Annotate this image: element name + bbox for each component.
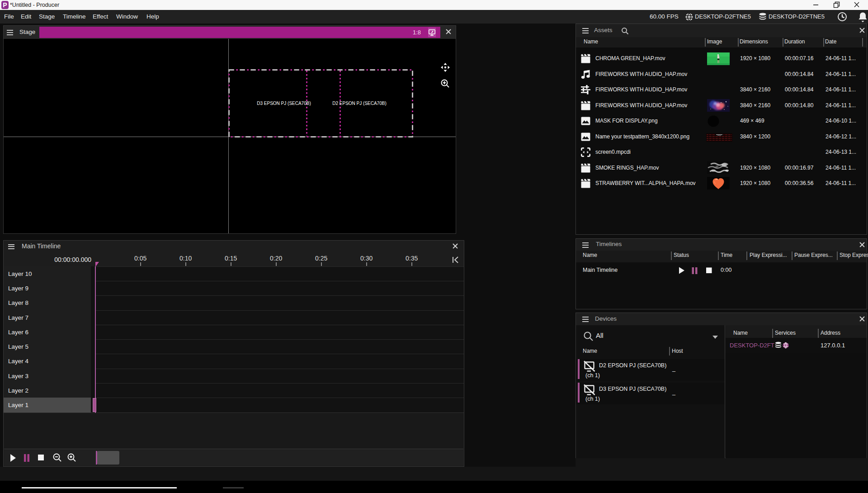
svg-text:D2 EPSON PJ (SECA70B): D2 EPSON PJ (SECA70B)	[332, 101, 386, 106]
svg-text:D3 EPSON PJ (SECA70B): D3 EPSON PJ (SECA70B)	[257, 101, 311, 106]
